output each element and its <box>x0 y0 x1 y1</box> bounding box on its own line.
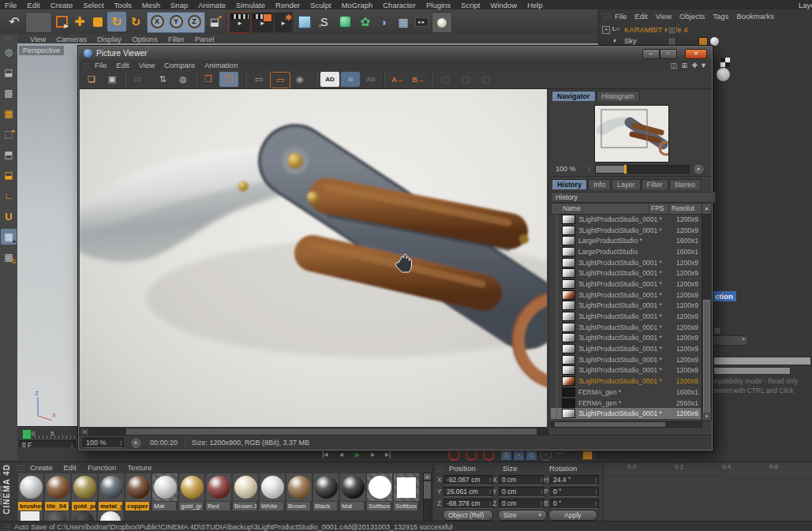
om-menu-objects[interactable]: Objects <box>679 12 705 21</box>
table-row[interactable]: 3LightProductStudio_0001 *1200x9 <box>551 279 701 290</box>
edge-mode-icon[interactable]: ⬒ <box>1 147 17 163</box>
material-menu-function[interactable]: Function <box>88 463 116 472</box>
add-generator-button[interactable] <box>336 12 354 32</box>
sphere-material-icon[interactable] <box>716 67 731 82</box>
material-swatch[interactable]: Black <box>312 473 338 510</box>
set-as-b-icon[interactable]: B→ <box>409 72 428 87</box>
coords-drag-handle[interactable] <box>436 466 444 472</box>
history-column-header[interactable]: Name FPS Resolut <box>551 203 702 215</box>
apply-button[interactable]: Apply <box>548 510 597 521</box>
scroll-thumb[interactable] <box>424 481 431 499</box>
pv-play-button[interactable]: ▸ <box>130 437 142 449</box>
timeline-current-frame-marker[interactable] <box>22 429 32 439</box>
material-swatch[interactable]: copper_ <box>125 473 150 510</box>
object-name[interactable]: Sky <box>624 36 637 45</box>
layout-switcher[interactable]: Layout <box>799 1 812 9</box>
om-menu-view[interactable]: View <box>656 12 672 21</box>
menu-simulate[interactable]: Simulate <box>236 1 265 9</box>
table-row[interactable]: 3LightProductStudio_0001 *1200x9 <box>551 408 701 419</box>
scroll-up-arrow[interactable]: ▲ <box>424 473 431 480</box>
menu-animate[interactable]: Animate <box>198 1 226 9</box>
zoom-slider[interactable] <box>595 165 690 174</box>
om-menu-file[interactable]: File <box>615 12 627 21</box>
table-row[interactable]: 3LightProductStudio_0001 *1200x9 <box>551 376 701 387</box>
column-name[interactable]: Name <box>563 204 581 212</box>
live-selection-icon[interactable]: ➤ <box>54 12 69 32</box>
om-menu-edit[interactable]: Edit <box>634 12 647 21</box>
table-row[interactable]: 3LightProductStudio_0001 *1200x9 <box>551 365 701 376</box>
expand-icon[interactable]: + <box>602 26 610 34</box>
material-swatch[interactable]: gold_pa <box>71 473 96 510</box>
table-row[interactable]: 3LightProductStudio_0001 *1200x9 <box>551 214 701 225</box>
image-size-icon[interactable]: 1/2 <box>128 72 147 87</box>
pv-menu-file[interactable]: File <box>95 61 107 69</box>
menu-plugins[interactable]: Plugins <box>426 1 451 9</box>
om-menu-tags[interactable]: Tags <box>713 12 728 21</box>
table-row[interactable]: FERMA_gen *1600x1 <box>551 387 701 398</box>
ab-compare-icon[interactable]: AD <box>320 72 339 87</box>
pv-menu-edit[interactable]: Edit <box>116 61 129 69</box>
column-resolution[interactable]: Resolut <box>672 204 694 212</box>
menu-script[interactable]: Script <box>461 1 480 9</box>
single-view-icon[interactable]: ▭ <box>249 72 268 87</box>
material-swatch[interactable]: Brown.1 <box>232 473 257 510</box>
material-swatch[interactable]: Brown <box>286 473 311 510</box>
material-swatch[interactable]: metal_g <box>98 473 123 510</box>
scroll-thumb[interactable] <box>126 428 537 435</box>
maximize-button[interactable]: ▫ <box>660 49 677 59</box>
size-y-field[interactable]: 0 cm↕ <box>499 487 544 497</box>
material-swatch[interactable]: Red <box>205 473 230 510</box>
history-list[interactable]: 3LightProductStudio_0001 *1200x9 3LightP… <box>551 214 701 420</box>
statusbar-drag-handle[interactable] <box>3 524 11 530</box>
size-mode-dropdown[interactable]: Size▾ <box>498 510 547 521</box>
table-row[interactable]: 3LightProductStudio_0001 *1200x9 <box>551 267 701 279</box>
material-swatch[interactable]: Mat <box>339 473 365 510</box>
axis-mode-icon[interactable]: ∟ <box>1 188 17 204</box>
palette-drag-handle[interactable] <box>3 36 13 42</box>
undo-icon[interactable]: ↶ <box>5 12 24 32</box>
table-row[interactable]: 3LightProductStudio_0001 *1200x9 <box>551 343 701 354</box>
save-file-icon[interactable]: ▣ <box>103 72 122 87</box>
z-axis-lock-button[interactable]: Z <box>186 12 202 32</box>
viewport-menu-display[interactable]: Display <box>97 35 122 43</box>
menu-mesh[interactable]: Mesh <box>142 1 160 9</box>
viewport-menu-view[interactable]: View <box>30 35 46 43</box>
material-drag-handle[interactable] <box>16 465 25 471</box>
point-mode-icon[interactable]: ⬚● <box>1 126 17 142</box>
zoom-slider-handle[interactable] <box>624 165 627 174</box>
history-hscrollbar[interactable] <box>551 421 702 428</box>
pv-collapse-icon[interactable]: ▼ <box>700 62 707 69</box>
history-book-icon[interactable]: ❒ <box>199 72 218 87</box>
menu-render[interactable]: Render <box>275 1 300 9</box>
x-axis-lock-button[interactable]: X <box>148 12 166 32</box>
menu-select[interactable]: Select <box>83 1 103 9</box>
render-to-picture-viewer-button[interactable]: ▸ <box>251 12 274 33</box>
dual-view-icon[interactable]: ▭ <box>270 72 290 88</box>
pv-menu-drag-handle[interactable] <box>83 62 91 69</box>
viewport-menu-cameras[interactable]: Cameras <box>56 35 87 43</box>
tab-histogram[interactable]: Histogram <box>597 91 640 101</box>
add-environment-button[interactable]: ▦ <box>395 12 412 32</box>
add-modeling-object-button[interactable]: ✿ <box>357 12 374 32</box>
tab-info[interactable]: Info <box>588 179 611 189</box>
material-menu-edit[interactable]: Edit <box>64 463 77 472</box>
coord-mode-dropdown[interactable]: Object (Rel)▾ <box>443 510 493 521</box>
render-sphere-icon[interactable]: ◍ <box>1 44 17 60</box>
tab-history[interactable]: History <box>552 179 587 189</box>
tab-navigator[interactable]: Navigator <box>552 91 596 101</box>
move-tool-icon[interactable]: ✚ <box>71 12 88 32</box>
material-menu-create[interactable]: Create <box>30 463 53 472</box>
add-spline-button[interactable]: S+ <box>316 12 333 32</box>
scroll-thumb[interactable] <box>703 300 710 418</box>
navigator-thumbnail[interactable] <box>594 105 669 163</box>
texture-mode-icon[interactable]: ▩ <box>1 85 17 101</box>
swap-compare-icon[interactable]: ◉ <box>290 72 309 87</box>
render-view-button[interactable]: ▸ <box>229 12 251 33</box>
table-row[interactable]: 3LightProductStudio_0001 *1200x9 <box>551 333 701 344</box>
workplane-mode-icon[interactable]: ▦ <box>1 106 17 122</box>
tab-stereo[interactable]: Stereo <box>669 179 702 189</box>
menu-file[interactable]: File <box>5 1 17 9</box>
checker-tag-icon[interactable] <box>720 57 731 68</box>
ab-toggle-icon[interactable]: AB <box>361 72 380 87</box>
table-row[interactable]: 3LightProductStudio_0001 *1200x9 <box>551 225 701 236</box>
